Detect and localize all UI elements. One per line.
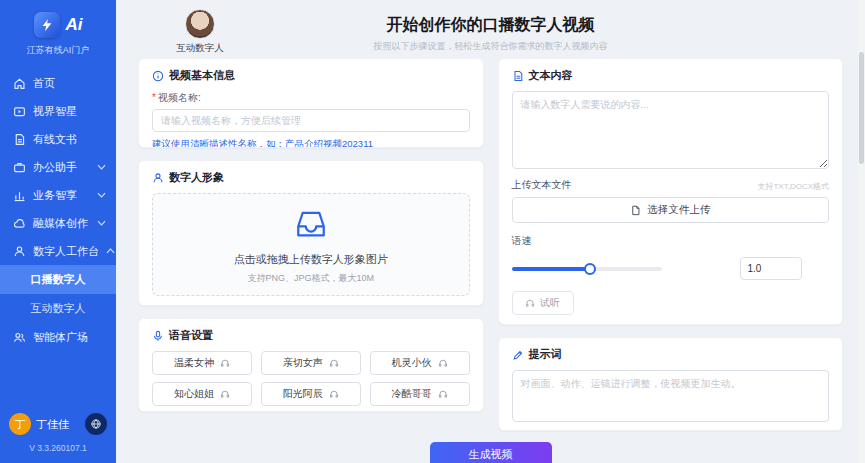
sidebar-item-label: 办公助手 bbox=[33, 160, 77, 175]
edit-pencil-icon bbox=[512, 349, 524, 361]
headphones-icon bbox=[525, 298, 535, 308]
card-title-text: 语音设置 bbox=[169, 328, 213, 343]
voice-option-3[interactable]: 知心姐姐 bbox=[152, 382, 252, 406]
prompt-textarea[interactable] bbox=[512, 370, 830, 422]
listen-button[interactable]: 试听 bbox=[512, 291, 574, 315]
speed-slider[interactable] bbox=[512, 267, 662, 271]
user-name: 丁佳佳 bbox=[36, 417, 69, 432]
chevron-down-icon bbox=[97, 164, 106, 170]
card-title-text: 数字人形象 bbox=[169, 170, 224, 185]
info-circle-icon bbox=[152, 70, 164, 82]
scrollbar[interactable] bbox=[858, 0, 865, 463]
video-name-hint: 建议使用清晰描述性名称，如：产品介绍视频202311 bbox=[152, 138, 470, 148]
selected-avatar[interactable]: 互动数字人 bbox=[168, 9, 232, 55]
basic-info-card-title: 视频基本信息 bbox=[152, 68, 470, 83]
logo-bolt-icon bbox=[34, 12, 60, 38]
person-outline-icon bbox=[152, 172, 164, 184]
sidebar-item-agent-plaza[interactable]: 智能体广场 bbox=[0, 323, 116, 351]
prompt-card: 提示词 bbox=[498, 337, 844, 431]
text-content-card: 文本内容 上传文本文件 支持TXT,DOCX格式 选择文件上传 语速 bbox=[498, 58, 844, 325]
sidebar-item-home[interactable]: 首页 bbox=[0, 69, 116, 97]
script-textarea[interactable] bbox=[512, 91, 830, 169]
avatar-photo[interactable] bbox=[185, 9, 215, 39]
required-mark: * bbox=[152, 92, 156, 103]
prompt-card-title: 提示词 bbox=[512, 347, 830, 362]
content-columns: 视频基本信息 *视频名称: 建议使用清晰描述性名称，如：产品介绍视频202311… bbox=[138, 58, 843, 431]
headphones-icon bbox=[438, 358, 448, 368]
generate-video-button[interactable]: 生成视频 bbox=[430, 442, 552, 463]
headphones-icon bbox=[438, 389, 448, 399]
app-root: Ai 江苏有线AI门户 首页 视界智星 有线文书 办公助手 bbox=[0, 0, 865, 463]
file-icon bbox=[630, 205, 641, 216]
inbox-upload-icon bbox=[293, 206, 329, 242]
voice-option-0[interactable]: 温柔女神 bbox=[152, 351, 252, 375]
card-title-text: 文本内容 bbox=[529, 68, 573, 83]
chevron-up-icon bbox=[106, 248, 115, 254]
upload-file-label: 上传文本文件 bbox=[512, 178, 572, 192]
globe-icon bbox=[90, 418, 102, 430]
people-icon bbox=[13, 331, 26, 344]
figure-dropzone[interactable]: 点击或拖拽上传数字人形象图片 支持PNG、JPG格式，最大10M bbox=[152, 193, 470, 296]
sidebar-item-label: 业务智享 bbox=[33, 188, 77, 203]
page-subtitle: 按照以下步骤设置，轻松生成符合你需求的数字人视频内容 bbox=[138, 40, 843, 53]
sidebar: Ai 江苏有线AI门户 首页 视界智星 有线文书 办公助手 bbox=[0, 0, 116, 463]
voice-option-1[interactable]: 亲切女声 bbox=[261, 351, 361, 375]
logo: Ai bbox=[0, 0, 116, 41]
headphones-icon bbox=[220, 389, 230, 399]
video-name-label: *视频名称: bbox=[152, 91, 470, 105]
cloud-icon bbox=[13, 217, 26, 230]
globe-button[interactable] bbox=[85, 413, 107, 435]
left-column: 视频基本信息 *视频名称: 建议使用清晰描述性名称，如：产品介绍视频202311… bbox=[138, 58, 484, 431]
headphones-icon bbox=[329, 389, 339, 399]
page-header: 互动数字人 开始创作你的口播数字人视频 按照以下步骤设置，轻松生成符合你需求的数… bbox=[138, 8, 843, 54]
upload-format-hint: 支持TXT,DOCX格式 bbox=[757, 181, 829, 192]
user-avatar[interactable]: 丁 bbox=[9, 413, 31, 435]
voice-option-5[interactable]: 冷酷哥哥 bbox=[370, 382, 470, 406]
video-name-input[interactable] bbox=[152, 109, 470, 132]
person-icon bbox=[13, 245, 26, 258]
speed-label: 语速 bbox=[512, 234, 830, 248]
sidebar-menu: 首页 视界智星 有线文书 办公助手 业务智享 融媒体创 bbox=[0, 69, 116, 405]
chevron-down-icon bbox=[97, 220, 106, 226]
sidebar-item-business-smart[interactable]: 业务智享 bbox=[0, 181, 116, 209]
voice-option-4[interactable]: 阳光阿辰 bbox=[261, 382, 361, 406]
figure-card-title: 数字人形象 bbox=[152, 170, 470, 185]
home-icon bbox=[13, 77, 26, 90]
slider-fill bbox=[512, 267, 590, 271]
right-column: 文本内容 上传文本文件 支持TXT,DOCX格式 选择文件上传 语速 bbox=[498, 58, 844, 431]
logo-text: Ai bbox=[66, 15, 83, 35]
speed-value-input[interactable] bbox=[740, 257, 802, 280]
chevron-down-icon bbox=[97, 192, 106, 198]
video-play-icon bbox=[13, 105, 26, 118]
bar-chart-icon bbox=[13, 189, 26, 202]
sidebar-item-media-creation[interactable]: 融媒体创作 bbox=[0, 209, 116, 237]
sidebar-subitem-interactive-digital-human[interactable]: 互动数字人 bbox=[0, 294, 116, 323]
sidebar-item-wired-docs[interactable]: 有线文书 bbox=[0, 125, 116, 153]
sidebar-item-label: 首页 bbox=[33, 76, 55, 91]
briefcase-icon bbox=[13, 161, 26, 174]
text-card-title: 文本内容 bbox=[512, 68, 830, 83]
sidebar-subitem-broadcast-digital-human[interactable]: 口播数字人 bbox=[0, 265, 116, 294]
sidebar-item-label: 融媒体创作 bbox=[33, 216, 88, 231]
voice-option-2[interactable]: 机灵小伙 bbox=[370, 351, 470, 375]
voice-card-title: 语音设置 bbox=[152, 328, 470, 343]
dropzone-sub-text: 支持PNG、JPG格式，最大10M bbox=[161, 272, 461, 285]
microphone-icon bbox=[152, 330, 164, 342]
sidebar-item-label: 智能体广场 bbox=[33, 330, 88, 345]
generate-area: 生成视频 bbox=[138, 442, 843, 463]
basic-info-card: 视频基本信息 *视频名称: 建议使用清晰描述性名称，如：产品介绍视频202311 bbox=[138, 58, 484, 148]
scrollbar-thumb[interactable] bbox=[859, 52, 864, 164]
card-title-text: 提示词 bbox=[529, 347, 562, 362]
sidebar-item-digital-human-workbench[interactable]: 数字人工作台 bbox=[0, 237, 116, 265]
headphones-icon bbox=[220, 358, 230, 368]
voice-options: 温柔女神 亲切女声 机灵小伙 知心姐姐 阳光阿辰 冷酷哥哥 bbox=[152, 351, 470, 406]
headphones-icon bbox=[329, 358, 339, 368]
version-label: V 3.3.260107.1 bbox=[0, 439, 116, 463]
slider-handle[interactable] bbox=[584, 263, 596, 275]
sidebar-item-office-assistant[interactable]: 办公助手 bbox=[0, 153, 116, 181]
choose-file-button[interactable]: 选择文件上传 bbox=[512, 197, 830, 223]
figure-upload-card: 数字人形象 点击或拖拽上传数字人形象图片 支持PNG、JPG格式，最大10M bbox=[138, 160, 484, 306]
dropzone-main-text: 点击或拖拽上传数字人形象图片 bbox=[161, 252, 461, 267]
sidebar-item-vision-star[interactable]: 视界智星 bbox=[0, 97, 116, 125]
sidebar-item-label: 视界智星 bbox=[33, 104, 77, 119]
